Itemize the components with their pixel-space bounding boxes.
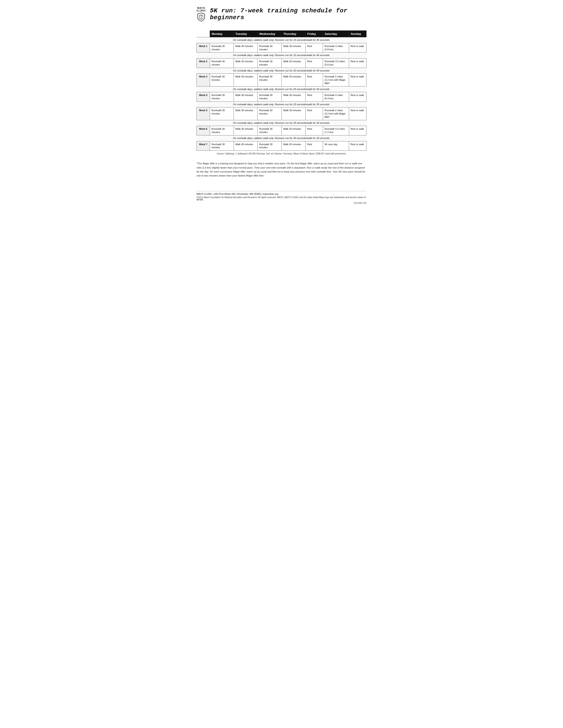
footer-doc-id: MC0498-105	[196, 202, 367, 204]
day-cell: Run/walk 30 minutes	[210, 107, 233, 120]
day-cell: Run/walk 4 miles (6.4 km)	[323, 92, 349, 102]
day-cell: Run/walk 30 minutes	[257, 107, 282, 120]
table-row: Week 5Run/walk 30 minutesWalk 30 minutes…	[197, 107, 367, 120]
schedule-table: Monday Tuesday Wednesday Thursday Friday…	[196, 30, 367, 151]
day-cell: Walk 30 minutes	[282, 92, 305, 102]
day-cell: Run/walk 30 minutes	[210, 92, 233, 102]
table-row: Week 7Run/walk 30 minutesWalk 30 minutes…	[197, 141, 367, 151]
footer-copyright: ©2011 Mayo Foundation for Medical Educat…	[196, 196, 367, 201]
week-note: On run/walk days, walkers walk only. Run…	[197, 101, 367, 107]
day-cell: Rest or walk	[349, 126, 366, 135]
week-label: Week 4	[197, 92, 210, 102]
table-row: Week 1Run/walk 30 minutesWalk 30 minutes…	[197, 43, 367, 53]
day-cell: Walk 30 minutes	[282, 126, 305, 135]
week-label: Week 2	[197, 58, 210, 68]
logo-text: MAYO CLINIC	[196, 7, 206, 12]
day-cell: Walk 30 minutes	[282, 43, 305, 53]
note-row: On run/walk days, walkers walk only. Run…	[197, 53, 367, 58]
day-cell: 5K race day	[323, 141, 349, 151]
col-header-tuesday: Tuesday	[233, 31, 257, 37]
day-cell: Walk 30 minutes	[233, 58, 257, 68]
table-row: Week 4Run/walk 30 minutesWalk 30 minutes…	[197, 92, 367, 102]
day-cell: Rest or walk	[349, 74, 366, 86]
note-row: On run/walk days, walkers walk only. Run…	[197, 86, 367, 92]
col-header-monday: Monday	[210, 31, 233, 37]
col-header-friday: Friday	[306, 31, 323, 37]
week-label: Week 7	[197, 141, 210, 151]
day-cell: Walk 30 minutes	[233, 141, 257, 151]
day-cell: Walk 30 minutes	[233, 74, 257, 86]
day-cell: Run/walk 2 miles (3.2 km) with Magic Mil…	[323, 107, 349, 120]
day-cell: Rest or walk	[349, 58, 366, 68]
week-label: Week 1	[197, 43, 210, 53]
day-cell: Rest	[306, 107, 323, 120]
col-header-saturday: Saturday	[323, 31, 349, 37]
day-cell: Rest	[306, 58, 323, 68]
note-row: On run/walk days, walkers walk only. Run…	[197, 120, 367, 126]
day-cell: Rest	[306, 141, 323, 151]
day-cell: Run/walk 30 minutes	[210, 126, 233, 135]
day-cell: Run/walk 3.5 miles (5.6 km)	[323, 58, 349, 68]
day-cell: Run/walk 30 minutes	[257, 43, 282, 53]
week-note: On run/walk days, walkers walk only. Run…	[197, 37, 367, 43]
logo-block: MAYO CLINIC	[196, 7, 206, 22]
day-cell: Run/walk 30 minutes	[257, 92, 282, 102]
day-cell: Run/walk 30 minutes	[210, 141, 233, 151]
col-header-wednesday: Wednesday	[257, 31, 282, 37]
day-cell: Run/walk 30 minutes	[210, 58, 233, 68]
day-cell: Run/walk 30 minutes	[257, 58, 282, 68]
day-cell: Walk 30 minutes	[282, 107, 305, 120]
footer-address: MAYO CLINIC | 200 First Street SW | Roch…	[196, 191, 367, 195]
source-citation: Source: Galloway, J. Galloway's 5K/10K R…	[196, 152, 367, 155]
note-row: On run/walk days, walkers walk only. Run…	[197, 135, 367, 141]
page-title: 5K run: 7-week training schedule for beg…	[210, 7, 367, 21]
week-note: On run/walk days, walkers walk only. Run…	[197, 86, 367, 92]
day-cell: Rest	[306, 126, 323, 135]
table-row: Week 6Run/walk 30 minutesWalk 30 minutes…	[197, 126, 367, 135]
table-header-row: Monday Tuesday Wednesday Thursday Friday…	[197, 31, 367, 37]
page-header: MAYO CLINIC 5K run: 7-week training sche…	[196, 7, 367, 22]
day-cell: Rest or walk	[349, 43, 366, 53]
day-cell: Run/walk 4.5 miles (7.2 km)	[323, 126, 349, 135]
day-cell: Run/walk 30 minutes	[257, 126, 282, 135]
magic-mile-footnote: *The Magic Mile is a training tool desig…	[196, 161, 367, 178]
day-cell: Walk 30 minutes	[233, 107, 257, 120]
col-header-sunday: Sunday	[349, 31, 366, 37]
day-cell: Walk 30 minutes	[282, 58, 305, 68]
day-cell: Walk 30 minutes	[282, 74, 305, 86]
day-cell: Rest or walk	[349, 92, 366, 102]
day-cell: Rest	[306, 92, 323, 102]
week-label: Week 5	[197, 107, 210, 120]
week-note: On run/walk days, walkers walk only. Run…	[197, 135, 367, 141]
day-cell: Rest	[306, 43, 323, 53]
day-cell: Run/walk 3 miles (4.8 km)	[323, 43, 349, 53]
day-cell: Walk 30 minutes	[282, 141, 305, 151]
week-note: On run/walk days, walkers walk only. Run…	[197, 53, 367, 58]
day-cell: Rest or walk	[349, 141, 366, 151]
week-label: Week 3	[197, 74, 210, 86]
day-cell: Run/walk 30 minutes	[257, 141, 282, 151]
col-header-empty	[197, 31, 210, 37]
note-row: On run/walk days, walkers walk only. Run…	[197, 101, 367, 107]
day-cell: Rest	[306, 74, 323, 86]
day-cell: Run/walk 30 minutes	[210, 43, 233, 53]
day-cell: Rest or walk	[349, 107, 366, 120]
day-cell: Run/walk 30 minutes	[257, 74, 282, 86]
logo-shield-icon	[197, 12, 205, 22]
table-row: Week 3Run/walk 30 minutesWalk 30 minutes…	[197, 74, 367, 86]
col-header-thursday: Thursday	[282, 31, 305, 37]
day-cell: Run/walk 30 minutes	[210, 74, 233, 86]
table-row: Week 2Run/walk 30 minutesWalk 30 minutes…	[197, 58, 367, 68]
day-cell: Run/walk 2 miles (3.2 km) with Magic Mil…	[323, 74, 349, 86]
note-row: On run/walk days, walkers walk only. Run…	[197, 37, 367, 43]
day-cell: Walk 30 minutes	[233, 126, 257, 135]
week-note: On run/walk days, walkers walk only. Run…	[197, 68, 367, 74]
week-note: On run/walk days, walkers walk only. Run…	[197, 120, 367, 126]
week-label: Week 6	[197, 126, 210, 135]
day-cell: Walk 30 minutes	[233, 43, 257, 53]
note-row: On run/walk days, walkers walk only. Run…	[197, 68, 367, 74]
day-cell: Walk 30 minutes	[233, 92, 257, 102]
